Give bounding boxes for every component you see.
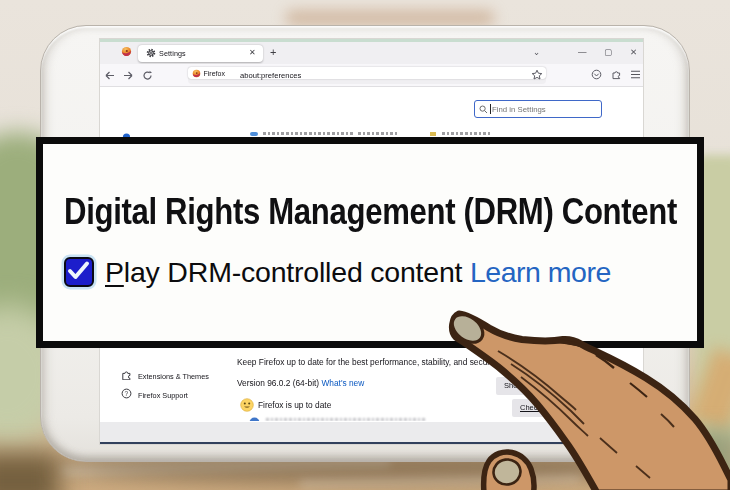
pointing-hand-illustration (0, 0, 730, 490)
illustration-stage: Settings ✕ + ⌄ — ▢ ✕ (0, 0, 730, 490)
